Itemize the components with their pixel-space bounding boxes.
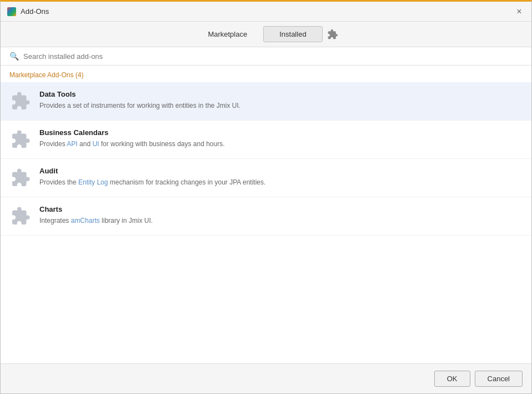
- title-bar: Add-Ons ×: [1, 2, 531, 22]
- add-addon-button[interactable]: [325, 27, 340, 42]
- addon-item-data-tools[interactable]: Data Tools Provides a set of instruments…: [1, 82, 531, 121]
- link-entity-log: Entity Log: [78, 178, 108, 186]
- addon-list: Data Tools Provides a set of instruments…: [1, 82, 531, 363]
- addon-name-business-calendars: Business Calendars: [39, 128, 523, 137]
- close-button[interactable]: ×: [514, 6, 525, 17]
- link-api: API: [67, 140, 77, 148]
- tab-installed[interactable]: Installed: [263, 26, 322, 42]
- addon-content-charts: Charts Integrates amCharts library in Jm…: [39, 205, 523, 226]
- addon-content-data-tools: Data Tools Provides a set of instruments…: [39, 90, 523, 111]
- tab-marketplace[interactable]: Marketplace: [192, 26, 263, 42]
- tabs-bar: Marketplace Installed: [1, 22, 531, 47]
- addon-desc-data-tools: Provides a set of instruments for workin…: [39, 101, 523, 111]
- addon-icon-charts: [9, 205, 32, 227]
- addon-desc-audit: Provides the Entity Log mechanism for tr…: [39, 177, 523, 187]
- link-ui: UI: [92, 140, 99, 148]
- addon-icon-data-tools: [9, 90, 32, 112]
- addon-item-charts[interactable]: Charts Integrates amCharts library in Jm…: [1, 197, 531, 236]
- dialog-title: Add-Ons: [21, 7, 514, 16]
- addon-name-data-tools: Data Tools: [39, 90, 523, 98]
- addon-content-business-calendars: Business Calendars Provides API and UI f…: [39, 128, 523, 149]
- addon-icon-audit: [9, 167, 32, 189]
- footer: OK Cancel: [1, 363, 531, 393]
- addon-desc-charts: Integrates amCharts library in Jmix UI.: [39, 216, 523, 226]
- addon-content-audit: Audit Provides the Entity Log mechanism …: [39, 167, 523, 187]
- search-bar: 🔍: [1, 47, 531, 66]
- app-icon: [7, 7, 16, 16]
- addon-name-audit: Audit: [39, 167, 523, 175]
- cancel-button[interactable]: Cancel: [475, 371, 523, 387]
- addon-item-audit[interactable]: Audit Provides the Entity Log mechanism …: [1, 159, 531, 197]
- search-input[interactable]: [23, 52, 523, 61]
- search-icon: 🔍: [9, 52, 19, 61]
- addon-name-charts: Charts: [39, 205, 523, 213]
- addon-icon-business-calendars: [9, 128, 32, 151]
- ok-button[interactable]: OK: [434, 371, 470, 387]
- addon-dialog: Add-Ons × Marketplace Installed 🔍 Market…: [0, 0, 532, 394]
- section-header: Marketplace Add-Ons (4): [1, 66, 531, 82]
- addon-item-business-calendars[interactable]: Business Calendars Provides API and UI f…: [1, 121, 531, 159]
- link-amcharts: amCharts: [71, 217, 100, 225]
- addon-desc-business-calendars: Provides API and UI for working with bus…: [39, 139, 523, 149]
